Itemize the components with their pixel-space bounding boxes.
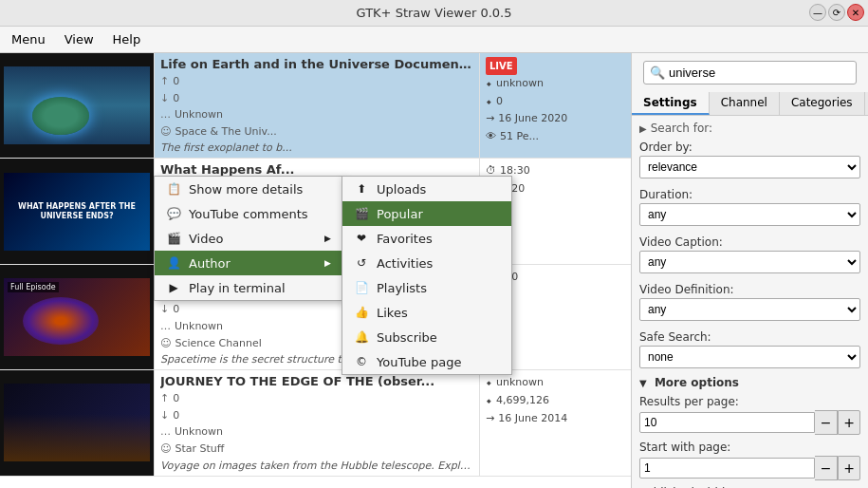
- table-row[interactable]: JOURNEY TO THE EDGE OF THE (obser... ↑0 …: [0, 370, 631, 476]
- activities-icon: ↺: [354, 255, 369, 271]
- more-options-label[interactable]: ▼ More options: [639, 376, 860, 389]
- author-playlists[interactable]: 📄 Playlists: [342, 275, 511, 300]
- author-uploads[interactable]: ⬆ Uploads: [342, 177, 511, 201]
- thumbnail-image: [4, 173, 150, 251]
- video-caption-select[interactable]: any closedCaption: [639, 251, 860, 273]
- panel-content: ▶ Search for: Order by: relevance date r…: [632, 116, 868, 488]
- context-show-more-details[interactable]: 📋 Show more details: [155, 177, 342, 201]
- youtube-page-icon: ©: [354, 354, 369, 369]
- author-youtube-page[interactable]: © YouTube page: [342, 349, 511, 374]
- window-title: GTK+ Straw Viewer 0.0.5: [357, 6, 512, 20]
- tab-categories[interactable]: Categories: [780, 92, 865, 115]
- search-bar[interactable]: 🔍: [643, 61, 857, 84]
- duration-label: Duration:: [639, 188, 860, 201]
- tab-settings[interactable]: Settings: [632, 92, 710, 115]
- restore-button[interactable]: ⟳: [828, 4, 845, 21]
- video-title: Life on Earth and in the Universe Docume…: [160, 57, 473, 71]
- video-caption-label: Video Caption:: [639, 235, 860, 249]
- results-per-page-label: Results per page:: [639, 395, 860, 408]
- table-row[interactable]: Life on Earth and in the Universe Docume…: [0, 53, 631, 159]
- thumbnail-image: [4, 384, 150, 461]
- context-play-in-terminal[interactable]: ▶ Play in terminal: [155, 275, 342, 300]
- menu-item-view[interactable]: View: [57, 30, 102, 48]
- context-menu: 📋 Show more details 💬 YouTube comments 🎬…: [154, 176, 343, 301]
- thumbnail-cell: [0, 370, 155, 475]
- thumbnail-cell: [0, 265, 155, 369]
- order-by-select[interactable]: relevance date rating viewCount: [639, 156, 860, 178]
- popular-icon: 🎬: [354, 206, 369, 221]
- youtube-comments-icon: 💬: [166, 206, 181, 221]
- safe-search-select[interactable]: none moderate strict: [639, 346, 860, 368]
- author-likes[interactable]: 👍 Likes: [342, 300, 511, 325]
- start-at-page-input[interactable]: [639, 458, 815, 479]
- thumbnail-cell: [0, 53, 155, 158]
- play-terminal-icon: ▶: [166, 280, 181, 295]
- context-youtube-comments[interactable]: 💬 YouTube comments: [155, 201, 342, 226]
- video-title: JOURNEY TO THE EDGE OF THE (obser...: [160, 374, 473, 388]
- context-author[interactable]: 👤 Author: [155, 251, 342, 275]
- title-cell: Life on Earth and in the Universe Docume…: [155, 53, 480, 158]
- close-button[interactable]: ✕: [847, 4, 864, 21]
- search-for-label: Search for:: [651, 122, 712, 135]
- start-at-page-stepper: − +: [639, 456, 860, 480]
- menu-item-help[interactable]: Help: [105, 30, 149, 48]
- author-favorites[interactable]: ❤ Favorites: [342, 226, 511, 251]
- video-definition-select[interactable]: any high standard: [639, 298, 860, 321]
- thumbnail-image: [4, 66, 150, 144]
- uploads-icon: ⬆: [354, 181, 369, 197]
- results-per-page-input[interactable]: [639, 412, 815, 433]
- context-video[interactable]: 🎬 Video: [155, 226, 342, 251]
- info-cell: LIVE ⬥unknown ⬥0 →16 June 2020 👁51 Pe...: [480, 53, 631, 158]
- video-description: The first exoplanet to b...: [160, 141, 473, 154]
- subscribe-icon: 🔔: [354, 329, 369, 345]
- tab-channel[interactable]: Channel: [710, 92, 780, 115]
- video-meta: ↑0 ↓0 …Unknown ☺Space & The Univ...: [160, 73, 473, 140]
- thumbnail-image: [4, 278, 150, 356]
- panel-tabs: Settings Channel Categories: [632, 92, 868, 116]
- video-definition-label: Video Definition:: [639, 283, 860, 296]
- menu-item-menu[interactable]: Menu: [4, 30, 53, 48]
- show-more-details-icon: 📋: [166, 181, 181, 197]
- author-submenu: ⬆ Uploads 🎬 Popular ❤ Favorites ↺ Activi…: [342, 176, 512, 375]
- page-increase-button[interactable]: +: [838, 456, 860, 480]
- info-cell: ⬥unknown ⬥4,699,126 →16 June 2014: [480, 370, 631, 475]
- page-decrease-button[interactable]: −: [815, 456, 838, 480]
- author-popular[interactable]: 🎬 Popular: [342, 201, 511, 226]
- author-subscribe[interactable]: 🔔 Subscribe: [342, 325, 511, 349]
- favorites-icon: ❤: [354, 231, 369, 246]
- safe-search-label: Safe Search:: [639, 330, 860, 344]
- video-meta: ↑0 ↓0 …Unknown ☺Star Stuff: [160, 390, 473, 457]
- triangle-down-icon: ▼: [639, 378, 647, 388]
- menubar: Menu View Help: [0, 27, 868, 53]
- video-icon: 🎬: [166, 231, 181, 246]
- minimize-button[interactable]: —: [809, 4, 826, 21]
- search-for-row: ▶ Search for:: [639, 122, 860, 135]
- search-input[interactable]: [669, 66, 850, 80]
- thumbnail-cell: [0, 159, 155, 263]
- order-by-label: Order by:: [639, 141, 860, 154]
- results-increase-button[interactable]: +: [838, 410, 860, 435]
- video-description: Voyage on images taken from the Hubble t…: [160, 460, 473, 472]
- playlists-icon: 📄: [354, 280, 369, 295]
- start-at-page-label: Start with page:: [639, 441, 860, 454]
- triangle-icon: ▶: [639, 123, 647, 134]
- likes-icon: 👍: [354, 305, 369, 320]
- results-per-page-stepper: − +: [639, 410, 860, 435]
- search-icon: 🔍: [650, 66, 665, 80]
- author-icon: 👤: [166, 255, 181, 271]
- titlebar: GTK+ Straw Viewer 0.0.5 — ⟳ ✕: [0, 0, 868, 27]
- title-cell: JOURNEY TO THE EDGE OF THE (obser... ↑0 …: [155, 370, 480, 475]
- window-controls: — ⟳ ✕: [809, 4, 864, 21]
- author-activities[interactable]: ↺ Activities: [342, 251, 511, 275]
- right-panel: 🔍 Settings Channel Categories ▶ Search f…: [631, 53, 868, 488]
- results-decrease-button[interactable]: −: [815, 410, 838, 435]
- duration-select[interactable]: any short medium long: [639, 203, 860, 226]
- live-badge: LIVE: [486, 57, 517, 75]
